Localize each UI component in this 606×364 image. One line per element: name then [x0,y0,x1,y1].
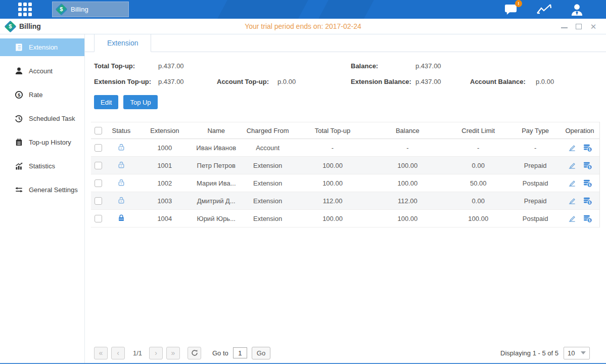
extension-cell: 1003 [136,197,193,205]
exchange-arrows-icon [15,186,23,194]
account-balance-value: p.0.00 [536,78,554,85]
minimize-button[interactable] [561,23,568,30]
topbar-app-tab-label: Billing [71,6,88,13]
app-window: $ Billing ! [0,0,606,364]
top-up-button[interactable]: Top Up [123,95,157,109]
edit-button[interactable]: Edit [94,95,118,109]
table-header: Status Extension Name Charged From Total… [91,122,599,139]
sidebar-item-extension[interactable]: Extension [0,38,84,56]
sidebar-item-account[interactable]: Account [0,62,84,80]
topbar-app-tab-billing[interactable]: $ Billing [52,2,129,17]
svg-text:$: $ [588,201,590,205]
app-grid-icon[interactable] [18,3,32,16]
total-topup-label: Total Top-up: [94,62,135,70]
table-row: 1001 Петр Петров Extension 100.00 100.00… [91,157,599,174]
edit-row-icon[interactable] [568,214,576,222]
close-button[interactable]: ✕ [590,23,597,30]
select-all-checkbox[interactable] [95,127,102,134]
top-up-row-icon[interactable]: $ [583,197,592,205]
total-topup-cell: 100.00 [296,179,369,187]
table-body: 1000 Иван Иванов Account - - - - $ [91,139,599,228]
tab-extension[interactable]: Extension [94,34,151,52]
reports-icon[interactable] [536,3,552,16]
tab-strip: Extension [85,34,606,52]
top-up-row-icon[interactable]: $ [583,179,592,188]
sidebar-item-general-settings[interactable]: General Settings [0,181,84,199]
pay-type-cell: Prepaid [510,197,560,205]
row-checkbox[interactable] [95,197,102,205]
topbar: $ Billing ! [0,0,606,19]
notification-badge: ! [515,0,522,7]
summary-section: Total Top-up: p.437.00 Balance: p.437.00… [85,52,606,93]
account-balance-label: Account Balance: [470,78,526,85]
last-page-button[interactable]: » [166,347,180,359]
sidebar-item-rate[interactable]: $ Rate [0,86,84,104]
refresh-icon [191,349,198,356]
sidebar-item-label: Rate [29,91,42,99]
top-up-row-icon[interactable]: $ [583,144,592,152]
billing-diamond-dollar-icon: $ [55,3,67,15]
balance-label: Balance: [351,62,378,70]
balance-cell: - [369,144,446,152]
topbar-decoration [217,0,308,19]
column-header-credit-limit: Credit Limit [446,127,510,134]
sidebar-item-label: Extension [29,43,58,51]
credit-limit-cell: 50.00 [446,179,510,187]
top-up-row-icon[interactable]: $ [583,214,592,223]
lock-open-icon[interactable] [117,143,125,153]
edit-row-icon[interactable] [568,197,576,205]
lock-open-icon[interactable] [117,161,125,170]
row-checkbox[interactable] [95,144,102,152]
sidebar-item-statistics[interactable]: Statistics [0,157,84,175]
maximize-button[interactable] [575,23,582,30]
sidebar-item-label: Account [29,67,53,75]
table-row: 1004 Юрий Юрь... Extension 100.00 100.00… [91,210,599,228]
chevron-down-icon [581,351,586,354]
user-icon[interactable] [570,3,584,16]
row-checkbox[interactable] [95,162,102,169]
column-header-total-topup: Total Top-up [296,127,369,134]
sidebar-item-scheduled-task[interactable]: Scheduled Task [0,110,84,127]
total-topup-cell: 100.00 [296,162,369,169]
balance-value: p.437.00 [415,62,441,70]
messages-icon[interactable]: ! [504,3,518,16]
sidebar-item-label: Top-up History [29,139,71,146]
sidebar-item-label: Scheduled Task [29,115,75,122]
top-up-row-icon[interactable]: $ [583,161,592,170]
extension-cell: 1000 [136,144,193,152]
edit-row-icon[interactable] [568,144,576,152]
notepad-icon [15,138,23,147]
page-size-select[interactable]: 10 [564,347,590,359]
total-topup-cell: 112.00 [296,197,369,205]
refresh-button[interactable] [188,347,201,359]
row-checkbox[interactable] [95,179,102,187]
charged-from-cell: Extension [240,197,296,205]
balance-cell: 100.00 [369,179,446,187]
total-topup-value: p.437.00 [158,62,184,70]
extension-topup-value: p.437.00 [158,78,184,85]
charged-from-cell: Extension [240,215,296,222]
first-page-button[interactable]: « [94,347,108,359]
lock-closed-icon[interactable] [117,214,125,223]
go-button[interactable]: Go [252,347,270,359]
edit-row-icon[interactable] [568,161,576,169]
lock-open-icon[interactable] [117,178,125,188]
row-checkbox[interactable] [95,215,102,222]
topbar-decoration [318,0,374,19]
prev-page-button[interactable]: ‹ [111,347,125,359]
page-size-value: 10 [568,349,575,357]
next-page-button[interactable]: › [149,347,163,359]
column-header-extension: Extension [136,127,193,134]
account-topup-label: Account Top-up: [217,78,269,85]
extensions-table: Status Extension Name Charged From Total… [91,122,600,228]
lock-open-icon[interactable] [117,196,125,206]
svg-text:$: $ [588,218,590,222]
table-row: 1002 Мария Ива... Extension 100.00 100.0… [91,174,599,192]
sidebar-item-topup-history[interactable]: Top-up History [0,133,84,151]
pagination-bar: « ‹ 1/1 › » Go to Go Displaying 1 - 5 of… [85,343,606,363]
contacts-book-icon [15,43,23,52]
window-title: Billing [19,22,41,30]
goto-page-input[interactable] [233,347,247,358]
edit-row-icon[interactable] [568,179,576,187]
column-header-status: Status [106,127,136,134]
